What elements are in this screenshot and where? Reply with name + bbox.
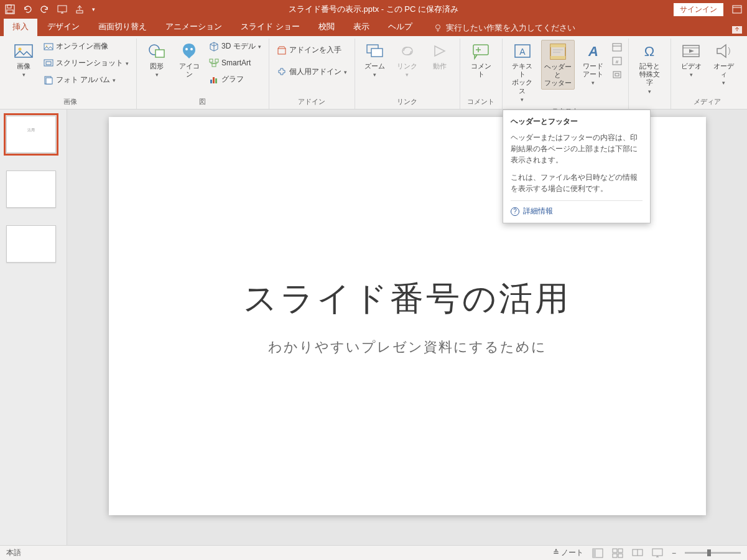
reading-view-icon[interactable] <box>632 548 643 558</box>
slideshow-icon[interactable] <box>57 4 67 14</box>
tell-me-placeholder: 実行したい作業を入力してください <box>446 22 575 34</box>
ribbon-display-icon[interactable] <box>732 4 742 14</box>
svg-rect-17 <box>155 50 164 57</box>
3d-models-button[interactable]: 3D モデル <box>208 40 262 53</box>
link-icon <box>397 41 417 61</box>
slideshow-view-icon[interactable] <box>652 548 663 558</box>
object-icon[interactable] <box>612 70 622 80</box>
svg-text:#: # <box>616 59 619 65</box>
shapes-button[interactable]: 図形 <box>143 40 170 80</box>
svg-rect-34 <box>550 56 565 59</box>
group-comments: コメント コメント <box>460 39 503 109</box>
save-icon[interactable] <box>5 4 15 14</box>
svg-rect-21 <box>215 59 218 62</box>
svg-rect-24 <box>213 77 215 83</box>
tab-transitions[interactable]: 画面切り替え <box>90 17 155 36</box>
svg-rect-46 <box>618 549 623 553</box>
tab-help[interactable]: ヘルプ <box>379 17 421 36</box>
get-addins-button[interactable]: アドインを入手 <box>276 44 348 57</box>
tab-view[interactable]: 表示 <box>345 17 378 36</box>
zoom-button[interactable]: ズーム <box>361 40 389 80</box>
comment-icon <box>471 41 491 61</box>
audio-button[interactable]: オーディ <box>710 40 737 88</box>
shapes-icon <box>147 41 167 61</box>
date-time-icon[interactable] <box>612 42 622 52</box>
group-links: ズーム リンク 動作 リンク <box>355 39 460 109</box>
thumbnail-3[interactable] <box>6 225 56 263</box>
video-button[interactable]: ビデオ <box>677 40 705 80</box>
tooltip-body-1: ヘッダーまたはフッターの内容は、印刷結果の各ページの上部または下部に表示されます… <box>511 132 643 166</box>
group-label-addins: アドイン <box>276 95 348 109</box>
symbols-button[interactable]: Ω 記号と 特殊文字 <box>635 40 664 96</box>
photo-album-button[interactable]: フォト アルバム <box>42 73 130 86</box>
status-bar: 本語 ≙ ノート − <box>0 545 747 560</box>
quick-access-toolbar: ▾ <box>5 4 95 14</box>
my-addins-button[interactable]: 個人用アドイン <box>276 65 348 78</box>
svg-rect-40 <box>615 73 619 76</box>
screenshot-button[interactable]: スクリーンショット <box>42 57 130 70</box>
smartart-button[interactable]: SmartArt <box>208 57 262 69</box>
ribbon-tabs: 挿入 デザイン 画面切り替え アニメーション スライド ショー 校閲 表示 ヘル… <box>0 19 747 36</box>
svg-rect-47 <box>613 554 617 558</box>
header-footer-button[interactable]: ヘッダーと フッター <box>541 40 575 90</box>
smartart-icon <box>209 58 219 68</box>
thumbnail-1[interactable]: 活用 <box>6 116 56 153</box>
wordart-button[interactable]: A ワード アート <box>580 40 607 88</box>
comment-button[interactable]: コメント <box>466 40 496 80</box>
store-icon <box>277 45 287 55</box>
textbox-button[interactable]: A テキスト ボックス <box>509 40 536 105</box>
tab-review[interactable]: 校閲 <box>310 17 343 36</box>
slide-title[interactable]: スライド番号の活用 <box>243 276 571 322</box>
svg-rect-39 <box>613 72 621 78</box>
svg-rect-4 <box>77 11 83 13</box>
group-text: A テキスト ボックス ヘッダーと フッター A ワード アート # テキスト <box>503 39 629 109</box>
tooltip-more-link[interactable]: ? 詳細情報 <box>511 200 643 217</box>
tooltip-body-2: これは、ファイル名や日時などの情報を表示する場合に便利です。 <box>511 172 643 194</box>
slide-sorter-icon[interactable] <box>612 548 623 558</box>
touch-mode-icon[interactable] <box>75 4 85 14</box>
action-icon <box>430 41 450 61</box>
normal-view-icon[interactable] <box>592 548 603 558</box>
zoom-out-button[interactable]: − <box>672 549 676 558</box>
undo-icon[interactable] <box>22 4 32 14</box>
tab-design[interactable]: デザイン <box>39 17 88 36</box>
textbox-icon: A <box>513 41 532 61</box>
slide-number-icon[interactable]: # <box>612 56 622 66</box>
group-label-links: リンク <box>361 95 453 109</box>
svg-point-19 <box>190 48 193 50</box>
redo-icon[interactable] <box>40 4 50 14</box>
chart-button[interactable]: グラフ <box>208 73 262 86</box>
video-icon <box>681 41 701 61</box>
link-button: リンク <box>394 40 421 80</box>
zoom-slider[interactable] <box>685 552 741 554</box>
wordart-icon: A <box>583 41 603 61</box>
tab-insert[interactable]: 挿入 <box>4 17 37 36</box>
share-icon[interactable] <box>731 24 743 36</box>
signin-button[interactable]: サインイン <box>674 3 723 16</box>
slide-thumbnails-pane[interactable]: 活用 <box>0 110 67 545</box>
tab-animations[interactable]: アニメーション <box>157 17 231 36</box>
notes-button[interactable]: ≙ ノート <box>553 548 583 558</box>
icons-button[interactable]: アイコン <box>175 40 203 80</box>
pictures-icon <box>14 41 34 61</box>
qat-dropdown-icon[interactable]: ▾ <box>92 6 95 12</box>
icons-icon <box>179 41 199 61</box>
online-pictures-button[interactable]: オンライン画像 <box>42 40 130 53</box>
svg-text:Ω: Ω <box>644 44 654 59</box>
pictures-button[interactable]: 画像 <box>10 40 37 80</box>
svg-rect-33 <box>550 44 565 47</box>
audio-icon <box>713 41 733 61</box>
group-label-comments: コメント <box>466 95 496 109</box>
group-media: ビデオ オーディ メディア <box>671 39 743 109</box>
svg-rect-45 <box>613 549 617 553</box>
svg-rect-15 <box>46 78 52 84</box>
status-language[interactable]: 本語 <box>6 548 21 558</box>
svg-point-6 <box>435 25 440 29</box>
slide-editor[interactable]: スライド番号の活用 わかりやすいプレゼン資料にするために ヘッダーとフッター ヘ… <box>67 110 747 545</box>
thumbnail-2[interactable] <box>6 170 56 208</box>
slide-subtitle[interactable]: わかりやすいプレゼン資料にするために <box>268 338 547 357</box>
pictures-label: 画像 <box>17 62 30 70</box>
tell-me-search[interactable]: 実行したい作業を入力してください <box>429 20 580 36</box>
group-label-illustrations: 図 <box>143 95 262 109</box>
tab-slideshow[interactable]: スライド ショー <box>232 17 309 36</box>
